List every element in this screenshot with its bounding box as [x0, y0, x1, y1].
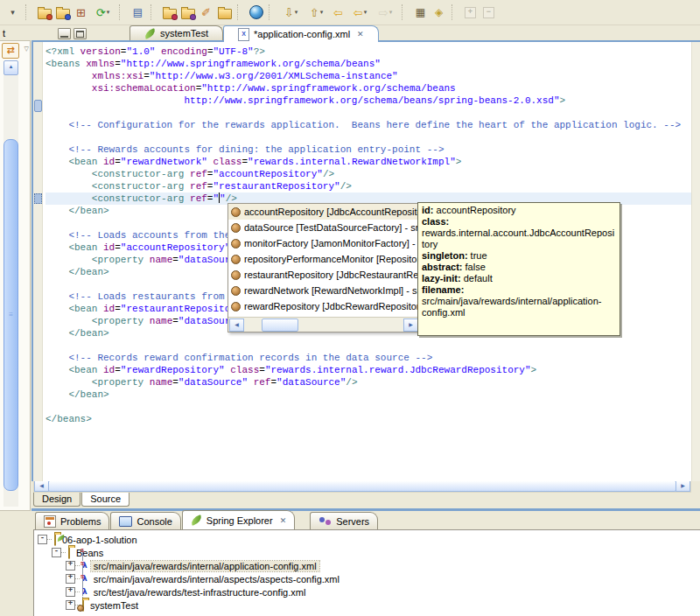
- expand-icon[interactable]: +: [66, 600, 75, 610]
- code-token: =: [259, 365, 265, 375]
- completion-item[interactable]: restaurantRepository [JdbcRestaurantRepo…: [228, 267, 419, 283]
- new-package-button[interactable]: ⊞: [72, 4, 90, 22]
- code-token: <bean: [68, 242, 103, 253]
- tree-row[interactable]: +λSsrc/main/java/rewards/internal/applic…: [34, 559, 700, 572]
- toolbar-separator: [150, 4, 157, 20]
- view-tab-problems[interactable]: Problems: [35, 512, 109, 529]
- code-token: <constructor-arg: [92, 193, 190, 204]
- expand-icon[interactable]: +: [66, 561, 75, 570]
- code-token: </bean>: [68, 328, 108, 339]
- close-icon[interactable]: ✕: [280, 516, 287, 525]
- collapse-icon[interactable]: -: [52, 548, 61, 557]
- view-menu-chevron-icon[interactable]: ▽: [24, 46, 29, 52]
- left-view-scrollbar[interactable]: ▲: [4, 60, 18, 507]
- code-token: "http://www.springframework.org/schema/b…: [201, 83, 455, 94]
- popup-scroll-left-button[interactable]: ◀: [229, 318, 244, 332]
- new-wizard-button[interactable]: [35, 4, 53, 22]
- overview-ruler[interactable]: [691, 42, 700, 481]
- editor-vertical-ruler: [33, 42, 43, 481]
- code-token: [46, 193, 92, 204]
- editor-tab--application-config-xml[interactable]: X*application-config.xml✕: [223, 25, 379, 42]
- open-web-browser-button[interactable]: [247, 4, 265, 22]
- code-token: <property: [92, 377, 150, 388]
- code-line: [46, 340, 691, 352]
- dropdown-chevron-icon[interactable]: ▾: [364, 9, 368, 16]
- collapse-icon[interactable]: -: [38, 535, 47, 544]
- code-token: </beans>: [46, 414, 92, 424]
- open-folder-button[interactable]: [215, 4, 234, 22]
- tree-connector: [75, 565, 80, 566]
- table-view-button[interactable]: ▦: [411, 4, 430, 22]
- dropdown-chevron-icon[interactable]: ▾: [389, 9, 393, 16]
- completion-item-label: rewardRepository [JdbcRewardRepository] …: [244, 301, 419, 312]
- toolbar-overflow-chevron[interactable]: ▾: [4, 4, 22, 22]
- code-line: xsi:schemaLocation="http://www.springfra…: [46, 82, 691, 94]
- code-line: [46, 131, 691, 144]
- spring-explorer-tree[interactable]: -06-aop-1-solution-Beans+λSsrc/main/java…: [33, 529, 700, 616]
- tree-row[interactable]: +systemTest: [34, 598, 700, 612]
- dropdown-chevron-icon[interactable]: ▾: [295, 9, 298, 16]
- code-line: xmlns:xsi="http://www.w3.org/2001/XMLSch…: [46, 70, 691, 82]
- view-tab-spring-explorer[interactable]: Spring Explorer✕: [182, 510, 295, 529]
- import-button[interactable]: ⇩▾: [278, 4, 304, 22]
- popup-scroll-right-button[interactable]: ▶: [403, 318, 418, 332]
- link-with-editor-button[interactable]: ⇄: [2, 43, 19, 59]
- expand-icon[interactable]: +: [66, 574, 75, 584]
- completion-item[interactable]: rewardNetwork [RewardNetworkImpl] - src/…: [228, 283, 419, 298]
- refresh-icon: ⟳: [96, 7, 106, 18]
- mark-occurrences-button[interactable]: ✐: [197, 4, 215, 22]
- mode-tab-design[interactable]: Design: [33, 493, 80, 507]
- editor-hscrollbar-thumb[interactable]: [48, 480, 676, 492]
- editor-hscrollbar[interactable]: ◀ ▶: [33, 480, 691, 493]
- new-example-wizard-button[interactable]: [53, 4, 72, 22]
- collapse-all-button[interactable]: −: [480, 4, 498, 22]
- editor-tab-systemtest[interactable]: systemTest: [130, 25, 223, 40]
- completion-item[interactable]: accountRepository [JdbcAccountRepository…: [228, 204, 419, 220]
- scroll-left-button[interactable]: ◀: [34, 480, 49, 492]
- tag-button[interactable]: ◈: [430, 4, 448, 22]
- bean-icon: [231, 239, 241, 248]
- tree-item-label: systemTest: [88, 600, 141, 611]
- code-token: <property: [92, 255, 150, 265]
- expand-icon[interactable]: +: [66, 587, 75, 597]
- popup-hscrollbar-thumb[interactable]: [262, 318, 298, 332]
- spring-overlay-glyph: S: [80, 561, 84, 566]
- tree-row[interactable]: -06-aop-1-solution: [34, 533, 700, 546]
- tree-row[interactable]: -Beans: [34, 546, 700, 559]
- new-overlay-icon: [65, 14, 71, 20]
- completion-item[interactable]: repositoryPerformanceMonitor [Repository…: [228, 251, 419, 267]
- view-tab-servers[interactable]: Servers: [310, 512, 378, 529]
- forward-button[interactable]: ⇨▾: [373, 4, 398, 22]
- code-token: =: [172, 316, 178, 326]
- back-button[interactable]: ⇦▾: [347, 4, 373, 22]
- open-resource-button[interactable]: [178, 4, 197, 22]
- tooltip-key: class:: [422, 216, 449, 227]
- tree-row[interactable]: +λSsrc/test/java/rewards/test-infrastruc…: [34, 585, 700, 598]
- left-scrollbar-thumb[interactable]: [4, 139, 18, 491]
- popup-hscrollbar[interactable]: ◀ ▶: [228, 317, 419, 332]
- code-token: [46, 267, 68, 277]
- tree-row[interactable]: +λSsrc/main/java/rewards/internal/aspect…: [34, 572, 700, 585]
- last-edit-location-button[interactable]: ⇦: [329, 4, 347, 22]
- show-view-button[interactable]: ▤: [129, 4, 147, 22]
- tooltip-value: true: [468, 250, 487, 261]
- export-button[interactable]: ⇧▾: [304, 4, 329, 22]
- scroll-up-button[interactable]: ▲: [4, 60, 18, 75]
- mode-tab-source[interactable]: Source: [81, 493, 130, 507]
- dropdown-chevron-icon[interactable]: ▾: [320, 9, 324, 16]
- bean-icon: [231, 270, 241, 280]
- code-token: xmlns: [86, 59, 115, 69]
- tooltip-value: rewards.internal.account.JdbcAccountRepo…: [422, 228, 616, 250]
- completion-item[interactable]: monitorFactory [JamonMonitorFactory] - s…: [228, 235, 419, 251]
- completion-item[interactable]: rewardRepository [JdbcRewardRepository] …: [228, 298, 419, 314]
- tree-connector: [61, 552, 66, 553]
- expand-all-button[interactable]: +: [461, 4, 480, 22]
- code-token: [46, 83, 92, 94]
- dropdown-chevron-icon[interactable]: ▾: [107, 9, 110, 16]
- completion-item[interactable]: dataSource [TestDataSourceFactory] - src…: [228, 220, 419, 235]
- open-type-button[interactable]: [160, 4, 178, 22]
- scroll-right-button[interactable]: ▶: [676, 480, 690, 492]
- view-tab-console[interactable]: Console: [110, 512, 180, 529]
- close-icon[interactable]: ✕: [357, 30, 364, 38]
- refresh-button[interactable]: ⟳▾: [90, 4, 116, 22]
